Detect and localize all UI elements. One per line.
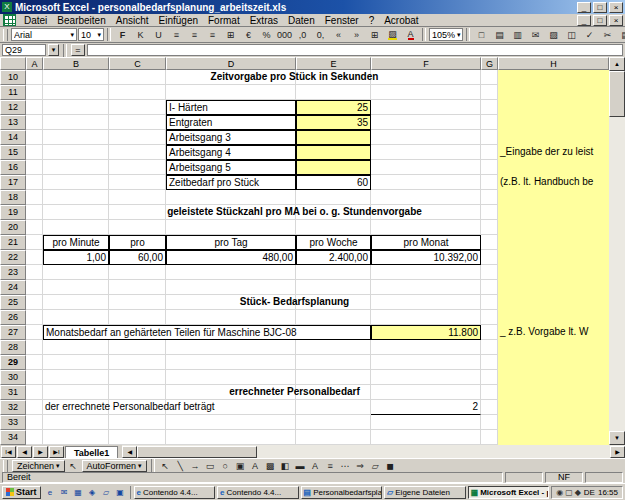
tab-scroll-icon-0[interactable]: I◀ xyxy=(1,446,16,458)
language-indicator[interactable]: DE xyxy=(584,488,595,497)
cell-G12[interactable] xyxy=(481,100,498,115)
cell-B21[interactable]: pro Minute xyxy=(43,235,109,250)
mail-icon[interactable]: ▣ xyxy=(114,486,127,499)
outlook-icon[interactable]: ✉ xyxy=(58,486,71,499)
name-box[interactable]: Q29 xyxy=(2,44,46,56)
row-header-31[interactable]: 31 xyxy=(0,385,26,400)
scheduler-icon[interactable]: ◆ xyxy=(575,488,581,497)
cell-E30[interactable] xyxy=(296,370,371,385)
cell-D26[interactable] xyxy=(166,310,296,325)
cell-G30[interactable] xyxy=(481,370,498,385)
new-icon[interactable]: □ xyxy=(473,28,490,42)
ie-icon[interactable]: e xyxy=(44,486,57,499)
thousands-style-icon[interactable]: 000 xyxy=(276,28,293,42)
media-icon[interactable]: ◈ xyxy=(86,486,99,499)
cell-G32[interactable] xyxy=(481,400,498,415)
col-header-E[interactable]: E xyxy=(296,57,371,70)
cell-A31[interactable] xyxy=(26,385,43,400)
cell-H17[interactable]: (z.B. lt. Handbuch be xyxy=(498,175,609,190)
cell-D17[interactable]: Zeitbedarf pro Stück xyxy=(166,175,296,190)
horizontal-scroll-thumb[interactable] xyxy=(137,446,257,458)
name-box-dropdown[interactable]: ▾ xyxy=(48,44,59,56)
cell-E21[interactable]: pro Woche xyxy=(296,235,371,250)
toolbar-grip[interactable] xyxy=(3,29,8,41)
rectangle-icon[interactable]: ▭ xyxy=(204,460,217,472)
cell-C22[interactable]: 60,00 xyxy=(109,250,166,265)
bold-icon[interactable]: F xyxy=(114,28,131,42)
cell-A14[interactable] xyxy=(26,130,43,145)
cell-E33[interactable] xyxy=(296,415,371,430)
shadow-icon[interactable]: ▱ xyxy=(369,460,382,472)
doc-restore-button[interactable]: □ xyxy=(593,15,607,26)
cell-G11[interactable] xyxy=(481,85,498,100)
cell-F24[interactable] xyxy=(371,280,481,295)
menu-item-[interactable]: ? xyxy=(364,15,380,26)
edit-formula-button[interactable]: = xyxy=(71,44,85,56)
cell-A20[interactable] xyxy=(26,220,43,235)
cell-B13[interactable] xyxy=(43,115,109,130)
cell-C13[interactable] xyxy=(109,115,166,130)
menu-item-extras[interactable]: Extras xyxy=(245,15,283,26)
select-arrow-icon[interactable]: ↖ xyxy=(67,460,80,472)
select-arrow-icon[interactable]: ↖ xyxy=(159,460,172,472)
close-button[interactable]: × xyxy=(609,2,623,13)
cell-H32[interactable] xyxy=(498,400,609,415)
cell-D34[interactable] xyxy=(166,430,296,445)
cell-A21[interactable] xyxy=(26,235,43,250)
cell-C19[interactable]: geleistete Stückzahl pro MA bei o. g. St… xyxy=(109,205,481,220)
cell-B20[interactable] xyxy=(43,220,109,235)
align-center-icon[interactable]: ≡ xyxy=(186,28,203,42)
cell-F21[interactable]: pro Monat xyxy=(371,235,481,250)
cell-C34[interactable] xyxy=(109,430,166,445)
col-header-G[interactable]: G xyxy=(481,57,498,70)
cell-C17[interactable] xyxy=(109,175,166,190)
cell-B15[interactable] xyxy=(43,145,109,160)
cell-C14[interactable] xyxy=(109,130,166,145)
cell-B14[interactable] xyxy=(43,130,109,145)
cell-G14[interactable] xyxy=(481,130,498,145)
menu-item-format[interactable]: Format xyxy=(203,15,245,26)
row-header-18[interactable]: 18 xyxy=(0,190,26,205)
percent-style-icon[interactable]: % xyxy=(258,28,275,42)
print-icon[interactable]: ▨ xyxy=(545,28,562,42)
maximize-button[interactable]: □ xyxy=(593,2,607,13)
cell-F16[interactable] xyxy=(371,160,481,175)
cell-E15[interactable] xyxy=(296,145,371,160)
cell-C30[interactable] xyxy=(109,370,166,385)
cell-D30[interactable] xyxy=(166,370,296,385)
scroll-left-icon[interactable]: ◀ xyxy=(122,446,137,458)
cell-D20[interactable] xyxy=(166,220,296,235)
cell-C16[interactable] xyxy=(109,160,166,175)
cell-E28[interactable] xyxy=(296,340,371,355)
cell-B17[interactable] xyxy=(43,175,109,190)
horizontal-scrollbar[interactable]: ◀ ▶ xyxy=(122,445,625,458)
cell-D16[interactable]: Arbeitsgang 5 xyxy=(166,160,296,175)
cell-D14[interactable]: Arbeitsgang 3 xyxy=(166,130,296,145)
cell-G19[interactable] xyxy=(481,205,498,220)
cell-F30[interactable] xyxy=(371,370,481,385)
cell-A18[interactable] xyxy=(26,190,43,205)
cell-H14[interactable] xyxy=(498,130,609,145)
cell-H13[interactable] xyxy=(498,115,609,130)
cell-H15[interactable]: _Eingabe der zu leist xyxy=(498,145,609,160)
task-button-0[interactable]: eContendo 4.4... xyxy=(134,486,216,499)
cell-G25[interactable] xyxy=(481,295,498,310)
row-header-33[interactable]: 33 xyxy=(0,415,26,430)
cut-icon[interactable]: ✂ xyxy=(599,28,616,42)
zeichnen-button[interactable]: Zeichnen ▾ xyxy=(12,460,65,472)
cell-C24[interactable] xyxy=(109,280,166,295)
cell-H25[interactable] xyxy=(498,295,609,310)
cell-A19[interactable] xyxy=(26,205,43,220)
cell-G24[interactable] xyxy=(481,280,498,295)
cell-G16[interactable] xyxy=(481,160,498,175)
row-header-17[interactable]: 17 xyxy=(0,175,26,190)
cell-B19[interactable] xyxy=(43,205,109,220)
cell-B10[interactable] xyxy=(43,70,109,85)
cell-G34[interactable] xyxy=(481,430,498,445)
cell-D24[interactable] xyxy=(166,280,296,295)
cell-C29[interactable] xyxy=(109,355,166,370)
save-icon[interactable]: ▥ xyxy=(509,28,526,42)
copy-icon[interactable]: ▤ xyxy=(617,28,625,42)
row-header-25[interactable]: 25 xyxy=(0,295,26,310)
cell-G29[interactable] xyxy=(481,355,498,370)
